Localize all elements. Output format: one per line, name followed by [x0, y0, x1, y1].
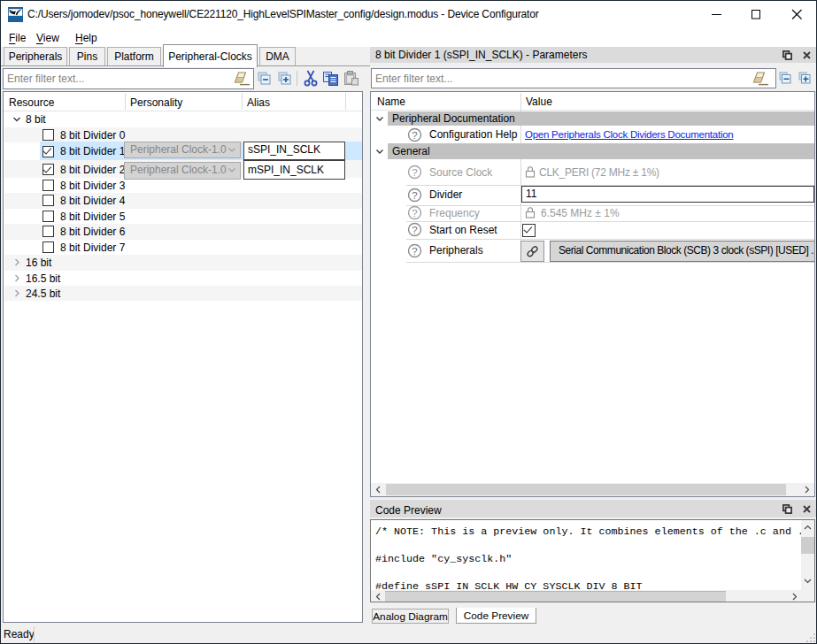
svg-text:?: ? — [412, 246, 417, 257]
svg-text:?: ? — [412, 189, 417, 200]
svg-text:?: ? — [412, 130, 417, 141]
svg-text:?: ? — [412, 207, 417, 218]
svg-text:?: ? — [412, 167, 417, 178]
svg-text:?: ? — [412, 225, 417, 235]
